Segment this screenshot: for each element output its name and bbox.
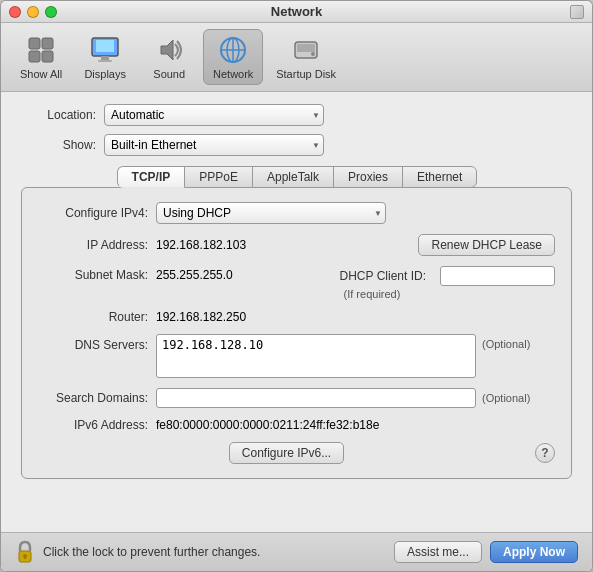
- svg-rect-6: [101, 56, 109, 60]
- if-required-note: (If required): [344, 288, 401, 300]
- location-label: Location:: [21, 108, 96, 122]
- ipv6-row: IPv6 Address: fe80:0000:0000:0000:0211:2…: [38, 418, 555, 432]
- assist-me-button[interactable]: Assist me...: [394, 541, 482, 563]
- tab-bar: TCP/IP PPPoE AppleTalk Proxies Ethernet: [21, 166, 572, 188]
- dns-input[interactable]: [156, 334, 476, 378]
- tab-proxies[interactable]: Proxies: [333, 166, 403, 188]
- configure-ipv6-center: Configure IPv6...: [38, 442, 535, 464]
- router-row: Router: 192.168.182.250: [38, 310, 555, 324]
- toolbar-label-show-all: Show All: [20, 68, 62, 80]
- content-area: Location: Automatic Show: Built-in Ether…: [1, 92, 592, 532]
- bottom-bar: Click the lock to prevent further change…: [1, 532, 592, 571]
- svg-marker-8: [161, 40, 173, 60]
- router-label: Router:: [38, 310, 148, 324]
- ipv6-value: fe80:0000:0000:0000:0211:24ff:fe32:b18e: [156, 418, 379, 432]
- toolbar-item-show-all[interactable]: Show All: [11, 29, 71, 85]
- toolbar-label-network: Network: [213, 68, 253, 80]
- show-select[interactable]: Built-in Ethernet: [104, 134, 324, 156]
- toolbar-item-displays[interactable]: Displays: [75, 29, 135, 85]
- dhcp-client-row: DHCP Client ID:: [340, 266, 555, 286]
- maximize-button[interactable]: [45, 6, 57, 18]
- svg-rect-3: [42, 51, 53, 62]
- svg-rect-18: [24, 556, 26, 559]
- toolbar-label-displays: Displays: [84, 68, 126, 80]
- ip-row: IP Address: 192.168.182.103 Renew DHCP L…: [38, 234, 555, 256]
- show-label: Show:: [21, 138, 96, 152]
- subnet-value: 255.255.255.0: [156, 266, 340, 282]
- configure-ipv6-button[interactable]: Configure IPv6...: [229, 442, 344, 464]
- ip-label: IP Address:: [38, 238, 148, 252]
- tcpip-panel: Configure IPv4: Using DHCP IP Address: 1…: [21, 187, 572, 479]
- subnet-row: Subnet Mask: 255.255.255.0 DHCP Client I…: [38, 266, 555, 300]
- dhcp-client-section: DHCP Client ID: (If required): [340, 266, 555, 300]
- subnet-label: Subnet Mask:: [38, 266, 148, 282]
- search-row: Search Domains: (Optional): [38, 388, 555, 408]
- ip-value: 192.168.182.103: [156, 238, 418, 252]
- lock-icon[interactable]: [15, 541, 35, 563]
- tab-tcpip[interactable]: TCP/IP: [117, 166, 186, 188]
- titlebar: Network: [1, 1, 592, 23]
- minimize-button[interactable]: [27, 6, 39, 18]
- toolbar-label-startup-disk: Startup Disk: [276, 68, 336, 80]
- search-label: Search Domains:: [38, 391, 148, 405]
- ipv6-label: IPv6 Address:: [38, 418, 148, 432]
- apply-now-button[interactable]: Apply Now: [490, 541, 578, 563]
- resize-icon[interactable]: [570, 5, 584, 19]
- dns-label: DNS Servers:: [38, 334, 148, 352]
- sound-icon: [153, 34, 185, 66]
- configure-select[interactable]: Using DHCP: [156, 202, 386, 224]
- titlebar-buttons: [9, 6, 57, 18]
- close-button[interactable]: [9, 6, 21, 18]
- svg-rect-2: [29, 51, 40, 62]
- configure-select-wrapper: Using DHCP: [156, 202, 386, 224]
- dhcp-client-label: DHCP Client ID:: [340, 269, 426, 283]
- svg-rect-1: [42, 38, 53, 49]
- svg-rect-5: [96, 40, 114, 52]
- toolbar: Show All Displays Sound: [1, 23, 592, 92]
- svg-rect-0: [29, 38, 40, 49]
- configure-row: Configure IPv4: Using DHCP: [38, 202, 555, 224]
- location-select-wrapper: Automatic: [104, 104, 324, 126]
- dns-row: DNS Servers: (Optional): [38, 334, 555, 378]
- location-row: Location: Automatic: [21, 104, 572, 126]
- show-all-icon: [25, 34, 57, 66]
- window-title: Network: [271, 4, 322, 19]
- startup-disk-icon: [290, 34, 322, 66]
- toolbar-item-sound[interactable]: Sound: [139, 29, 199, 85]
- window: Network Show All: [0, 0, 593, 572]
- tab-pppoe[interactable]: PPPoE: [184, 166, 253, 188]
- help-button[interactable]: ?: [535, 443, 555, 463]
- configure-label: Configure IPv4:: [38, 206, 148, 220]
- location-select[interactable]: Automatic: [104, 104, 324, 126]
- dns-optional: (Optional): [482, 334, 530, 350]
- toolbar-item-network[interactable]: Network: [203, 29, 263, 85]
- displays-icon: [89, 34, 121, 66]
- lock-text: Click the lock to prevent further change…: [43, 545, 386, 559]
- svg-rect-14: [297, 44, 315, 52]
- renew-dhcp-button[interactable]: Renew DHCP Lease: [418, 234, 555, 256]
- show-select-wrapper: Built-in Ethernet: [104, 134, 324, 156]
- router-value: 192.168.182.250: [156, 310, 246, 324]
- network-icon: [217, 34, 249, 66]
- tab-appletalk[interactable]: AppleTalk: [252, 166, 334, 188]
- tab-ethernet[interactable]: Ethernet: [402, 166, 477, 188]
- toolbar-item-startup-disk[interactable]: Startup Disk: [267, 29, 345, 85]
- dhcp-client-input[interactable]: [440, 266, 555, 286]
- configure-ipv6-row: Configure IPv6... ?: [38, 442, 555, 464]
- toolbar-label-sound: Sound: [153, 68, 185, 80]
- svg-point-15: [311, 52, 315, 56]
- search-optional: (Optional): [482, 392, 530, 404]
- svg-rect-7: [98, 60, 112, 62]
- show-row: Show: Built-in Ethernet: [21, 134, 572, 156]
- search-input[interactable]: [156, 388, 476, 408]
